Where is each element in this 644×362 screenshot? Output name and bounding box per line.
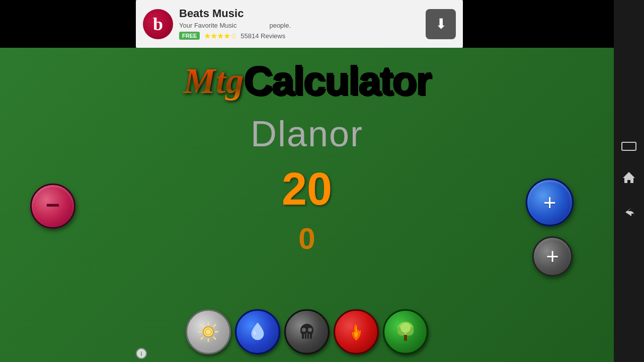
- plus-large-icon: +: [543, 192, 556, 214]
- svg-line-6: [213, 337, 216, 339]
- svg-line-5: [201, 324, 203, 327]
- plus-poison-button[interactable]: +: [532, 236, 573, 277]
- minus-icon: −: [46, 193, 60, 217]
- life-total[interactable]: 20: [0, 163, 614, 215]
- white-mana-button[interactable]: [186, 309, 231, 354]
- blue-mana-button[interactable]: [235, 309, 280, 354]
- back-icon: [621, 206, 636, 218]
- svg-line-8: [201, 337, 203, 339]
- calculator-text: Calculator: [244, 58, 430, 104]
- beats-logo: [143, 9, 173, 39]
- blue-mana-icon: [245, 319, 271, 345]
- poison-total[interactable]: 0: [0, 221, 614, 256]
- info-icon[interactable]: i: [136, 348, 147, 359]
- black-mana-button[interactable]: [284, 309, 330, 354]
- app-area: Mtg Calculator Dlanor 20 0 − + +: [0, 48, 614, 362]
- svg-point-14: [308, 328, 312, 332]
- svg-point-13: [302, 328, 306, 332]
- white-mana-icon: [195, 319, 221, 345]
- plus-small-icon: +: [546, 245, 559, 267]
- nav-recent-apps-button[interactable]: [621, 142, 636, 151]
- review-count: 55814 Reviews: [240, 32, 285, 40]
- ad-title: Beats Music: [179, 7, 420, 20]
- free-badge: FREE: [179, 32, 200, 40]
- recent-apps-icon: [621, 142, 636, 151]
- red-mana-button[interactable]: [334, 309, 379, 354]
- minus-button[interactable]: −: [30, 184, 75, 229]
- home-icon: [622, 171, 636, 184]
- svg-marker-26: [623, 172, 635, 183]
- ad-banner[interactable]: Beats Music Your Favorite Music people. …: [136, 0, 463, 48]
- ad-subtitle: Your Favorite Music people.: [179, 22, 420, 29]
- svg-point-25: [400, 323, 411, 333]
- svg-rect-21: [404, 335, 407, 341]
- svg-point-0: [203, 327, 213, 337]
- green-mana-icon: [392, 319, 419, 345]
- red-mana-icon: [343, 319, 369, 345]
- nav-bar: [614, 0, 644, 362]
- nav-home-button[interactable]: [622, 171, 636, 186]
- black-mana-icon: [294, 319, 320, 345]
- star-rating: ★★★★☆: [204, 31, 236, 41]
- plus-life-button[interactable]: +: [526, 178, 574, 226]
- mana-bar: [0, 309, 614, 359]
- player-name[interactable]: Dlanor: [0, 113, 614, 154]
- mtg-logo-text: Mtg: [183, 60, 244, 102]
- ad-meta: FREE ★★★★☆ 55814 Reviews: [179, 31, 420, 41]
- svg-line-7: [213, 324, 216, 327]
- app-title: Mtg Calculator: [0, 58, 614, 104]
- green-mana-button[interactable]: [383, 309, 428, 354]
- download-button[interactable]: ⬇: [426, 9, 456, 39]
- nav-back-button[interactable]: [621, 206, 636, 220]
- download-icon: ⬇: [435, 16, 447, 32]
- ad-info: Beats Music Your Favorite Music people. …: [179, 7, 420, 40]
